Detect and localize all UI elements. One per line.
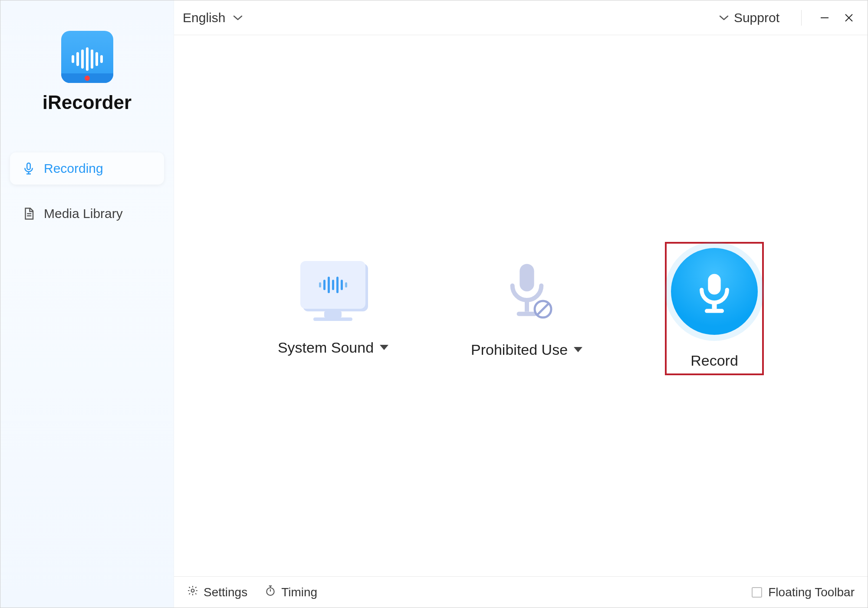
logo-block: iRecorder [0,31,174,113]
app-logo-icon [61,31,113,83]
svg-point-17 [267,588,274,595]
minimize-button[interactable] [815,8,835,28]
support-label: Supprot [734,10,779,25]
svg-line-12 [537,303,549,315]
footer: Settings Timing Floating Toolbar [174,576,868,608]
record-label: Record [690,352,738,369]
sidebar-nav: Recording Media Library [0,152,174,230]
sidebar: iRecorder Recording [0,0,174,608]
checkbox-icon [752,587,762,598]
record-circle-icon [671,248,758,335]
caret-down-icon [380,345,388,350]
prohibited-use-dropdown[interactable]: Prohibited Use [471,259,582,358]
settings-button[interactable]: Settings [187,585,247,599]
ban-icon [533,299,553,320]
svg-rect-8 [519,264,534,291]
svg-rect-14 [712,302,717,309]
chevron-down-icon [719,15,729,21]
main-content: System Sound [174,35,868,608]
svg-point-16 [191,589,194,592]
svg-rect-13 [708,274,720,294]
gear-icon [187,585,198,599]
microphone-icon [22,162,35,175]
sidebar-item-label: Recording [44,161,103,176]
settings-label: Settings [204,585,247,599]
chevron-down-icon [233,15,243,21]
system-sound-label: System Sound [278,339,374,356]
main-pane: English Supprot [174,0,868,608]
topbar: English Supprot [174,0,868,35]
language-label: English [183,10,225,25]
app-window: iRecorder Recording [0,0,868,608]
divider [801,10,802,26]
timing-label: Timing [281,585,317,599]
caret-down-icon [574,347,582,352]
sidebar-item-label: Media Library [44,206,123,221]
system-sound-dropdown[interactable]: System Sound [278,261,388,356]
support-dropdown[interactable]: Supprot [719,10,779,25]
document-icon [22,207,35,220]
app-name: iRecorder [43,92,132,113]
sidebar-item-media-library[interactable]: Media Library [10,198,164,230]
stopwatch-icon [265,585,276,599]
language-dropdown[interactable]: English [183,10,243,25]
floating-toolbar-toggle[interactable]: Floating Toolbar [752,585,855,599]
svg-rect-15 [705,309,724,313]
floating-toolbar-label: Floating Toolbar [768,585,855,599]
prohibited-use-label: Prohibited Use [471,341,568,358]
microphone-disabled-icon [494,259,559,324]
svg-rect-0 [27,163,30,170]
monitor-icon [298,261,368,322]
record-button[interactable]: Record [665,242,764,375]
close-button[interactable] [839,8,859,28]
timing-button[interactable]: Timing [265,585,317,599]
sidebar-item-recording[interactable]: Recording [10,152,164,185]
svg-rect-9 [525,300,529,312]
